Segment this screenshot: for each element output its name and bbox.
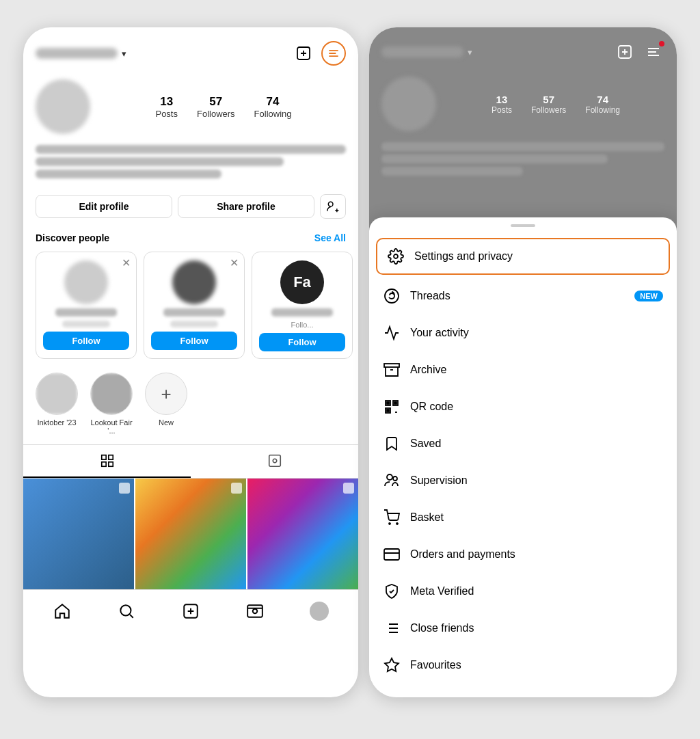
- star-icon: [383, 656, 401, 674]
- menu-item-supervision[interactable]: Supervision: [369, 462, 677, 499]
- discover-name-1: [55, 308, 117, 317]
- highlight-label-new: New: [159, 418, 174, 427]
- menu-item-settings[interactable]: Settings and privacy: [376, 238, 670, 275]
- post-thumb-1[interactable]: [23, 479, 134, 589]
- stats-row-right: 13 Posts 57 Followers 74 Following: [447, 94, 664, 115]
- menu-item-archive[interactable]: Archive: [369, 351, 677, 388]
- svg-rect-9: [101, 462, 105, 466]
- svg-rect-35: [387, 409, 389, 412]
- menu-item-verified[interactable]: Meta Verified: [369, 573, 677, 610]
- top-icons: [293, 41, 346, 66]
- activity-label: Your activity: [410, 327, 469, 339]
- basket-label: Basket: [410, 511, 444, 524]
- menu-item-threads[interactable]: Threads NEW: [369, 278, 677, 314]
- right-phone: ▾: [369, 27, 677, 697]
- verified-icon: [383, 582, 401, 600]
- highlight-item-2[interactable]: Lookout Fair '...: [88, 373, 135, 435]
- saved-label: Saved: [410, 438, 441, 450]
- svg-rect-18: [247, 605, 262, 617]
- svg-point-13: [120, 605, 131, 615]
- share-profile-button[interactable]: Share profile: [178, 195, 314, 218]
- archive-icon: [383, 361, 401, 379]
- followers-stat-right[interactable]: 57 Followers: [531, 94, 566, 115]
- tab-grid[interactable]: [23, 445, 191, 478]
- supervision-icon: [383, 472, 401, 489]
- stats-row: 13 Posts 57 Followers 74 Following: [101, 95, 346, 119]
- close-friends-label: Close friends: [410, 622, 474, 634]
- following-label: Following: [254, 109, 292, 119]
- avatar: [36, 79, 90, 134]
- bio-right-3: [381, 167, 523, 176]
- profile-section: 13 Posts 57 Followers 74 Following: [23, 72, 358, 141]
- posts-stat-right[interactable]: 13 Posts: [492, 94, 512, 115]
- close-card-1-button[interactable]: ✕: [122, 256, 131, 269]
- nav-profile[interactable]: [304, 600, 334, 623]
- following-count: 74: [267, 95, 280, 109]
- edit-profile-button[interactable]: Edit profile: [36, 195, 172, 218]
- post-badge-2: [231, 483, 242, 494]
- username-blur-right: [381, 46, 463, 57]
- nav-home[interactable]: [47, 600, 77, 623]
- menu-item-qr[interactable]: QR code: [369, 388, 677, 425]
- menu-button[interactable]: [321, 41, 346, 66]
- discover-section-header: Discover people See All: [23, 227, 358, 247]
- svg-rect-7: [101, 455, 105, 459]
- posts-stat[interactable]: 13 Posts: [155, 95, 178, 119]
- chevron-down-right-icon: ▾: [468, 47, 472, 57]
- following-stat[interactable]: 74 Following: [254, 95, 292, 119]
- app-container: ▾: [23, 27, 677, 697]
- svg-marker-55: [385, 658, 399, 671]
- menu-item-favourites[interactable]: Favourites: [369, 647, 677, 684]
- top-bar-left: ▾: [23, 27, 358, 72]
- svg-point-6: [328, 202, 333, 206]
- tab-tagged[interactable]: [191, 445, 358, 478]
- tabs-row: [23, 444, 358, 479]
- discover-people-icon-button[interactable]: [320, 194, 346, 219]
- follow-button-1[interactable]: Follow: [43, 332, 129, 350]
- post-thumb-2[interactable]: [135, 479, 246, 589]
- followers-label: Followers: [197, 109, 235, 119]
- followers-stat[interactable]: 57 Followers: [197, 95, 235, 119]
- discover-avatar-3: Fa: [280, 260, 324, 304]
- username-area[interactable]: ▾: [36, 48, 126, 59]
- menu-item-close-friends[interactable]: Close friends: [369, 610, 677, 647]
- nav-create[interactable]: [176, 600, 206, 623]
- close-card-2-button[interactable]: ✕: [230, 256, 239, 269]
- highlight-item-new[interactable]: + New: [145, 373, 187, 427]
- follow-button-2[interactable]: Follow: [151, 332, 237, 350]
- menu-item-orders[interactable]: Orders and payments: [369, 536, 677, 573]
- following-stat-right[interactable]: 74 Following: [585, 94, 620, 115]
- discover-name-2: [163, 308, 225, 317]
- see-all-button[interactable]: See All: [314, 232, 346, 243]
- svg-rect-33: [387, 402, 389, 404]
- discover-name-3: [271, 308, 333, 317]
- menu-item-saved[interactable]: Saved: [369, 425, 677, 462]
- post-thumb-3[interactable]: [247, 479, 358, 589]
- threads-new-badge: NEW: [634, 291, 663, 301]
- add-post-button-right[interactable]: [614, 41, 636, 63]
- username-blur: [36, 48, 118, 59]
- svg-point-12: [273, 459, 277, 463]
- svg-rect-47: [384, 549, 399, 560]
- bottom-sheet: Settings and privacy Threads NEW: [369, 217, 677, 697]
- post-badge-1: [119, 483, 130, 494]
- qr-label: QR code: [410, 401, 453, 413]
- svg-point-44: [393, 476, 397, 481]
- discover-sub-3: Follo...: [291, 321, 313, 329]
- nav-search[interactable]: [111, 600, 142, 623]
- highlight-circle-1: [36, 373, 78, 415]
- supervision-label: Supervision: [410, 474, 468, 487]
- top-bar-right: ▾: [369, 27, 677, 70]
- bio-right-1: [381, 142, 664, 151]
- menu-item-basket[interactable]: Basket: [369, 499, 677, 536]
- highlight-item-1[interactable]: Inktober '23: [36, 373, 78, 427]
- menu-button-right[interactable]: [643, 41, 664, 63]
- follow-button-3[interactable]: Follow: [259, 333, 345, 351]
- menu-item-activity[interactable]: Your activity: [369, 314, 677, 351]
- nav-reels[interactable]: [240, 600, 270, 623]
- highlights-row: Inktober '23 Lookout Fair '... + New: [23, 367, 358, 444]
- username-area-right[interactable]: ▾: [381, 46, 472, 57]
- svg-point-43: [387, 474, 392, 480]
- orders-label: Orders and payments: [410, 548, 515, 561]
- add-post-button[interactable]: [293, 42, 314, 64]
